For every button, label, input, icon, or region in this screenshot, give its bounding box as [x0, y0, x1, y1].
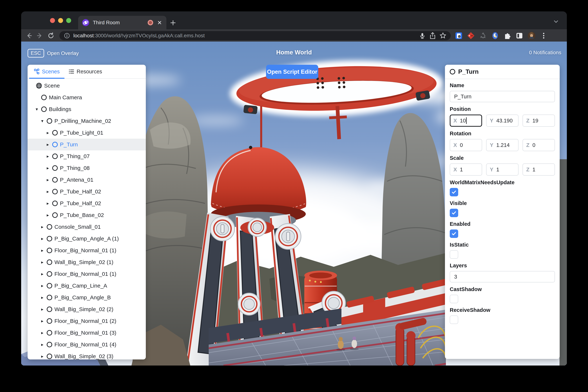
caret-right-icon[interactable]: ▸: [47, 154, 52, 159]
microphone-icon[interactable]: [419, 32, 426, 39]
close-window-button[interactable]: [50, 18, 55, 23]
node-circle-icon: [47, 306, 52, 312]
castshadow-checkbox[interactable]: [450, 295, 458, 303]
caret-right-icon[interactable]: ▸: [41, 224, 47, 230]
caret-right-icon[interactable]: ▸: [47, 177, 52, 182]
caret-right-icon[interactable]: ▸: [47, 212, 52, 218]
tree-item-main-camera[interactable]: Main Camera: [28, 92, 146, 103]
rotation-z-input[interactable]: Z0: [522, 139, 555, 151]
tree-item-p-thing-07[interactable]: ▸P_Thing_07: [28, 150, 146, 162]
node-circle-icon: [47, 248, 52, 253]
bookmark-star-icon[interactable]: [439, 32, 446, 39]
position-x-input[interactable]: X10: [450, 114, 482, 127]
caret-right-icon[interactable]: ▸: [47, 166, 52, 171]
property-castshadow: CastShadow: [450, 286, 555, 303]
caret-down-icon[interactable]: ▾: [36, 107, 41, 112]
tree-item-p-thing-08[interactable]: ▸P_Thing_08: [28, 162, 146, 174]
rotation-x-input[interactable]: X0: [450, 139, 482, 151]
tree-item-floor-big-normal-01-4[interactable]: ▸Floor_Big_Normal_01 (4): [28, 339, 146, 350]
adblock-extension-icon[interactable]: [467, 32, 475, 40]
browser-tab[interactable]: Third Room: [78, 16, 166, 30]
notifications-count[interactable]: 0 Notifications: [529, 50, 561, 56]
url-text[interactable]: localhost:3000/world/!vjrzmTVOcyIsLgaAkA…: [73, 33, 416, 38]
tree-item-scene[interactable]: Scene: [28, 80, 146, 92]
site-info-icon[interactable]: [64, 32, 70, 39]
tree-item-wall-big-simple-02-2[interactable]: ▸Wall_Big_Simple_02 (2): [28, 304, 146, 315]
position-z-input[interactable]: Z19: [522, 114, 555, 127]
rotation-y-input[interactable]: Y1.214: [486, 139, 518, 151]
tree-item-p-tube-light-01[interactable]: ▸P_Tube_Light_01: [28, 127, 146, 139]
tab-resources[interactable]: Resources: [66, 65, 105, 78]
tree-item-p-drilling-machine-02[interactable]: ▾P_Drilling_Machine_02: [28, 115, 146, 127]
caret-right-icon[interactable]: ▸: [47, 189, 52, 194]
caret-right-icon[interactable]: ▸: [41, 330, 47, 335]
tree-item-p-turn[interactable]: ▸P_Turn: [28, 139, 146, 150]
tree-item-label: Floor_Big_Normal_01 (4): [54, 342, 116, 348]
name-input[interactable]: P_Turn: [450, 91, 555, 102]
layers-input[interactable]: 3: [450, 271, 555, 282]
scale-z-input[interactable]: Z1: [522, 164, 555, 176]
new-tab-button[interactable]: [170, 20, 176, 26]
reload-button[interactable]: [47, 32, 55, 40]
tree-item-p-big-camp-angle-a-1[interactable]: ▸P_Big_Camp_Angle_A (1): [28, 233, 146, 244]
tree-item-floor-big-normal-01-3[interactable]: ▸Floor_Big_Normal_01 (3): [28, 327, 146, 339]
caret-right-icon[interactable]: ▸: [41, 283, 47, 288]
tab-close-icon[interactable]: [157, 20, 162, 25]
tree-item-floor-big-normal-01-2[interactable]: ▸Floor_Big_Normal_01 (2): [28, 315, 146, 327]
sidebar-toggle-icon[interactable]: [515, 32, 524, 40]
tree-item-p-big-camp-line-a[interactable]: ▸P_Big_Camp_Line_A: [28, 280, 146, 292]
tab-scenes[interactable]: Scenes: [31, 65, 62, 78]
back-button[interactable]: [25, 32, 33, 40]
3d-viewport[interactable]: ESC Open Overlay Home World 0 Notificati…: [21, 42, 567, 366]
caret-right-icon[interactable]: ▸: [47, 201, 52, 206]
caret-right-icon[interactable]: ▸: [41, 307, 47, 312]
caret-right-icon[interactable]: ▸: [41, 236, 47, 241]
enabled-checkbox[interactable]: [450, 230, 458, 238]
caret-right-icon[interactable]: ▸: [41, 260, 47, 265]
worldmatrixneedsupdate-checkbox[interactable]: [450, 188, 458, 196]
property-rotation: RotationX0Y1.214Z0: [450, 130, 555, 151]
isstatic-checkbox[interactable]: [450, 250, 458, 259]
password-manager-extension-icon[interactable]: [455, 32, 463, 40]
axis-x-prefix: X: [454, 142, 457, 148]
tree-item-console-small-01[interactable]: ▸Console_Small_01: [28, 221, 146, 233]
caret-right-icon[interactable]: ▸: [41, 342, 47, 347]
browser-menu-icon[interactable]: [540, 32, 548, 40]
tree-item-p-antena-01[interactable]: ▸P_Antena_01: [28, 174, 146, 186]
extensions-puzzle-icon[interactable]: [503, 32, 511, 40]
scale-x-input[interactable]: X1: [450, 164, 482, 176]
tree-item-floor-big-normal-01-1[interactable]: ▸Floor_Big_Normal_01 (1): [28, 268, 146, 280]
recycle-extension-icon[interactable]: [479, 32, 487, 40]
tree-item-p-big-camp-angle-b[interactable]: ▸P_Big_Camp_Angle_B: [28, 292, 146, 304]
caret-right-icon[interactable]: ▸: [41, 295, 47, 300]
tree-item-buildings[interactable]: ▾Buildings: [28, 103, 146, 115]
axis-x-prefix: X: [454, 166, 457, 173]
share-icon[interactable]: [429, 32, 436, 39]
visible-checkbox[interactable]: [450, 209, 458, 217]
night-mode-extension-icon[interactable]: [491, 32, 499, 40]
address-bar[interactable]: localhost:3000/world/!vjrzmTVOcyIsLgaAkA…: [60, 31, 451, 40]
tree-item-p-tube-half-02[interactable]: ▸P_Tube_Half_02: [28, 198, 146, 209]
caret-right-icon[interactable]: ▸: [41, 354, 47, 359]
zoom-window-button[interactable]: [66, 18, 71, 23]
scale-y-input[interactable]: Y1: [486, 164, 518, 176]
minimize-window-button[interactable]: [58, 18, 63, 23]
caret-right-icon[interactable]: ▸: [41, 248, 47, 253]
caret-right-icon[interactable]: ▸: [41, 272, 47, 276]
caret-right-icon[interactable]: ▸: [47, 142, 52, 147]
check-icon: [451, 231, 457, 236]
tree-item-floor-big-normal-01-1[interactable]: ▸Floor_Big_Normal_01 (1): [28, 244, 146, 256]
caret-right-icon[interactable]: ▸: [41, 318, 47, 324]
tree-item-wall-big-simple-02-3[interactable]: ▸Wall_Big_Simple_02 (3): [28, 350, 146, 360]
profile-avatar[interactable]: [528, 32, 536, 40]
caret-down-icon[interactable]: ▾: [41, 118, 47, 124]
tree-item-p-tube-half-02[interactable]: ▸P_Tube_Half_02: [28, 186, 146, 198]
forward-button[interactable]: [36, 32, 44, 40]
caret-right-icon[interactable]: ▸: [47, 130, 52, 135]
tree-item-wall-big-simple-02-1[interactable]: ▸Wall_Big_Simple_02 (1): [28, 256, 146, 268]
receiveshadow-checkbox[interactable]: [450, 316, 458, 324]
position-y-input[interactable]: Y43.190: [486, 114, 518, 127]
open-script-editor-button[interactable]: Open Script Editor: [266, 65, 318, 79]
tree-item-p-tube-base-02[interactable]: ▸P_Tube_Base_02: [28, 209, 146, 221]
tab-search-chevron-icon[interactable]: [553, 19, 559, 24]
